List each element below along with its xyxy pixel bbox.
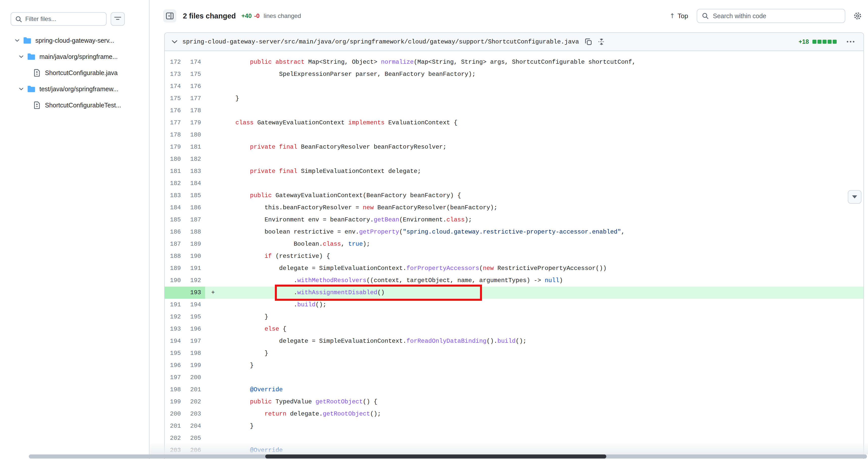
old-line-number[interactable]: 175 bbox=[165, 92, 185, 105]
new-line-number[interactable]: 194 bbox=[185, 299, 205, 311]
diffstat-blocks bbox=[812, 40, 837, 44]
new-line-number[interactable]: 175 bbox=[185, 68, 205, 80]
diff-row: 173175 SpelExpressionParser parser, Bean… bbox=[165, 68, 864, 80]
old-line-number[interactable]: 182 bbox=[165, 177, 185, 190]
diff-row: 190192 .withMethodResolvers((context, ta… bbox=[165, 275, 864, 287]
diff-settings-button[interactable] bbox=[852, 10, 863, 21]
old-line-number[interactable]: 177 bbox=[165, 117, 185, 129]
new-line-number[interactable]: 193 bbox=[185, 287, 205, 299]
folder-icon bbox=[27, 85, 35, 92]
new-line-number[interactable]: 190 bbox=[185, 250, 205, 262]
old-line-number[interactable]: 188 bbox=[165, 250, 185, 262]
code-line: .withAssignmentDisabled() bbox=[217, 287, 864, 299]
new-line-number[interactable]: 185 bbox=[185, 190, 205, 202]
old-line-number[interactable]: 181 bbox=[165, 165, 185, 177]
old-line-number[interactable]: 201 bbox=[165, 420, 185, 432]
diff-row: 180182 bbox=[165, 153, 864, 165]
diff-marker bbox=[205, 92, 217, 105]
new-line-number[interactable]: 204 bbox=[185, 420, 205, 432]
old-line-number[interactable]: 198 bbox=[165, 384, 185, 396]
new-line-number[interactable]: 174 bbox=[185, 56, 205, 68]
diff-marker bbox=[205, 153, 217, 165]
filter-options-button[interactable] bbox=[111, 12, 125, 26]
new-line-number[interactable]: 180 bbox=[185, 129, 205, 141]
old-line-number[interactable]: 199 bbox=[165, 396, 185, 408]
tree-item-file[interactable]: ShortcutConfigurableTest... bbox=[0, 97, 149, 113]
file-options-button[interactable] bbox=[846, 39, 856, 44]
old-line-number[interactable]: 195 bbox=[165, 347, 185, 360]
old-line-number[interactable]: 189 bbox=[165, 262, 185, 275]
code-line bbox=[217, 177, 864, 190]
diffstat-block bbox=[823, 40, 827, 44]
horizontal-scrollbar-thumb[interactable] bbox=[265, 455, 606, 459]
old-line-number[interactable]: 190 bbox=[165, 275, 185, 287]
search-within-code-input[interactable] bbox=[697, 9, 845, 23]
diff-marker bbox=[205, 117, 217, 129]
old-line-number[interactable]: 197 bbox=[165, 372, 185, 384]
old-line-number[interactable]: 202 bbox=[165, 432, 185, 444]
new-line-number[interactable]: 187 bbox=[185, 214, 205, 226]
new-line-number[interactable]: 176 bbox=[185, 80, 205, 92]
diff-row: 195198 } bbox=[165, 347, 864, 360]
new-line-number[interactable]: 188 bbox=[185, 226, 205, 238]
new-line-number[interactable]: 205 bbox=[185, 432, 205, 444]
old-line-number[interactable]: 172 bbox=[165, 56, 185, 68]
new-line-number[interactable]: 197 bbox=[185, 335, 205, 347]
tree-item-file[interactable]: ShortcutConfigurable.java bbox=[0, 65, 149, 81]
new-line-number[interactable]: 201 bbox=[185, 384, 205, 396]
code-line: this.beanFactoryResolver = new BeanFacto… bbox=[217, 202, 864, 214]
old-line-number[interactable]: 183 bbox=[165, 190, 185, 202]
tree-item-folder[interactable]: spring-cloud-gateway-serv... bbox=[0, 32, 149, 49]
new-line-number[interactable]: 192 bbox=[185, 275, 205, 287]
old-line-number[interactable]: 184 bbox=[165, 202, 185, 214]
new-line-number[interactable]: 178 bbox=[185, 105, 205, 117]
new-line-number[interactable]: 184 bbox=[185, 177, 205, 190]
new-line-number[interactable]: 182 bbox=[185, 153, 205, 165]
old-line-number[interactable]: 176 bbox=[165, 105, 185, 117]
diff-row: 184186 this.beanFactoryResolver = new Be… bbox=[165, 202, 864, 214]
new-line-number[interactable]: 195 bbox=[185, 311, 205, 323]
old-line-number[interactable]: 178 bbox=[165, 129, 185, 141]
back-to-top-button[interactable]: ↑ Top bbox=[670, 12, 688, 20]
new-line-number[interactable]: 196 bbox=[185, 323, 205, 335]
old-line-number[interactable]: 180 bbox=[165, 153, 185, 165]
new-line-number[interactable]: 200 bbox=[185, 372, 205, 384]
new-line-number[interactable]: 186 bbox=[185, 202, 205, 214]
old-line-number[interactable]: 194 bbox=[165, 335, 185, 347]
filter-files-input[interactable] bbox=[10, 12, 106, 26]
new-line-number[interactable]: 198 bbox=[185, 347, 205, 360]
new-line-number[interactable]: 202 bbox=[185, 396, 205, 408]
tree-item-folder[interactable]: test/java/org/springframew... bbox=[0, 81, 149, 97]
old-line-number[interactable]: 179 bbox=[165, 141, 185, 153]
old-line-number[interactable] bbox=[165, 287, 185, 299]
new-line-number[interactable]: 191 bbox=[185, 262, 205, 275]
new-line-number[interactable]: 183 bbox=[185, 165, 205, 177]
tree-item-folder[interactable]: main/java/org/springframe... bbox=[0, 49, 149, 65]
old-line-number[interactable]: 193 bbox=[165, 323, 185, 335]
collapse-file-button[interactable] bbox=[171, 38, 178, 46]
old-line-number[interactable]: 173 bbox=[165, 68, 185, 80]
scroll-down-button[interactable] bbox=[848, 190, 862, 204]
new-line-number[interactable]: 181 bbox=[185, 141, 205, 153]
code-line: Boolean.class, true); bbox=[217, 238, 864, 250]
old-line-number[interactable]: 174 bbox=[165, 80, 185, 92]
code-line bbox=[217, 105, 864, 117]
old-line-number[interactable]: 185 bbox=[165, 214, 185, 226]
hide-file-tree-button[interactable] bbox=[163, 9, 176, 23]
old-line-number[interactable]: 200 bbox=[165, 408, 185, 420]
old-line-number[interactable]: 186 bbox=[165, 226, 185, 238]
diff-marker bbox=[205, 432, 217, 444]
new-line-number[interactable]: 177 bbox=[185, 92, 205, 105]
diff-row: 179181 private final BeanFactoryResolver… bbox=[165, 141, 864, 153]
old-line-number[interactable]: 196 bbox=[165, 360, 185, 372]
old-line-number[interactable]: 191 bbox=[165, 299, 185, 311]
new-line-number[interactable]: 179 bbox=[185, 117, 205, 129]
new-line-number[interactable]: 199 bbox=[185, 360, 205, 372]
new-line-number[interactable]: 189 bbox=[185, 238, 205, 250]
old-line-number[interactable]: 192 bbox=[165, 311, 185, 323]
collapse-lines-button[interactable] bbox=[598, 38, 605, 46]
code-line: public TypedValue getRootObject() { bbox=[217, 396, 864, 408]
new-line-number[interactable]: 203 bbox=[185, 408, 205, 420]
copy-path-button[interactable] bbox=[585, 38, 592, 46]
old-line-number[interactable]: 187 bbox=[165, 238, 185, 250]
